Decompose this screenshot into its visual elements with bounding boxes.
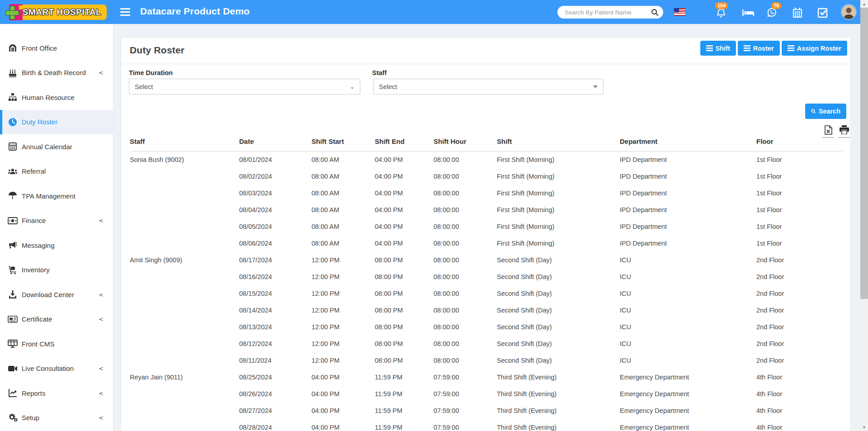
table-cell: ICU [620, 285, 756, 302]
table-cell: First Shift (Morning) [497, 235, 620, 251]
table-cell: IPD Department [620, 218, 756, 235]
sidebar-item-human-resource[interactable]: Human Resource [0, 85, 113, 110]
table-cell: ICU [620, 251, 756, 268]
reports-icon [8, 388, 18, 398]
table-row: 08/03/202408:00 AM04:00 PM08:00:00First … [130, 185, 842, 201]
search-input[interactable] [565, 9, 651, 16]
scroll-down-arrow[interactable]: ▼ [860, 423, 868, 431]
language-flag-icon[interactable] [674, 8, 685, 16]
col-floor: Floor [756, 132, 842, 151]
table-cell [130, 335, 239, 352]
sidebar-item-front-office[interactable]: Front Office [0, 36, 113, 61]
user-avatar[interactable] [842, 5, 856, 19]
table-cell: Third Shift (Evening) [497, 402, 620, 419]
table-cell: First Shift (Morning) [497, 168, 620, 185]
table-cell: 08:00 AM [311, 151, 375, 168]
bed-status-icon[interactable] [742, 7, 754, 18]
staff-select[interactable]: Select [373, 79, 604, 95]
search-icon [811, 108, 816, 114]
sidebar-item-setup[interactable]: Setup < [0, 406, 113, 431]
sidebar-item-tpa-management[interactable]: TPA Management [0, 184, 113, 208]
table-cell [130, 318, 239, 335]
annual-calendar-icon [8, 142, 18, 152]
table-cell: 04:00 PM [311, 385, 375, 402]
human-resource-icon [8, 92, 18, 102]
time-duration-select[interactable]: Select ⌄ [129, 79, 360, 95]
table-cell: 4th Floor [756, 402, 842, 419]
roster-button[interactable]: Roster [738, 41, 780, 56]
whatsapp-count-badge[interactable]: 78 [771, 2, 781, 9]
col-shift-hour: Shift Hour [434, 132, 497, 151]
table-cell: First Shift (Morning) [497, 201, 620, 218]
sidebar-item-referral[interactable]: Referral [0, 159, 113, 184]
duty-roster-table: Staff Date Shift Start Shift End Shift H… [130, 132, 842, 431]
tasks-check-icon[interactable] [817, 7, 829, 18]
table-cell: Second Shift (Day) [497, 352, 620, 369]
table-cell: 12:00 PM [311, 318, 375, 335]
menu-toggle-icon[interactable] [120, 8, 130, 16]
table-cell: 08:00:00 [434, 218, 497, 235]
table-cell: 08:00 AM [311, 218, 375, 235]
table-cell: Emergency Department [620, 419, 756, 431]
sidebar-item-reports[interactable]: Reports < [0, 381, 113, 406]
table-row: Reyan Jain (9011)08/25/202404:00 PM11:59… [130, 369, 842, 385]
time-duration-label: Time Duration [129, 69, 173, 76]
table-cell: ICU [620, 268, 756, 285]
chevron-left-icon: < [99, 217, 104, 224]
table-cell [130, 419, 239, 431]
list-icon [744, 45, 750, 51]
sidebar-item-download-center[interactable]: Download Center < [0, 282, 113, 307]
table-cell: IPD Department [620, 168, 756, 185]
table-cell: 08/13/2024 [239, 318, 311, 335]
table-cell: 04:00 PM [375, 201, 434, 218]
chevron-left-icon: < [99, 390, 104, 397]
notification-count-badge[interactable]: 154 [715, 2, 728, 9]
table-row: Amit Singh (9009)08/17/202412:00 PM08:00… [130, 251, 842, 268]
sidebar-item-finance[interactable]: Finance < [0, 208, 113, 233]
table-cell: 2nd Floor [756, 251, 842, 268]
sidebar-item-annual-calendar[interactable]: Annual Calendar [0, 134, 113, 159]
dropdown-arrow-icon [593, 85, 598, 88]
download-center-icon [8, 289, 18, 299]
shift-button[interactable]: Shift [700, 41, 736, 56]
header-action-buttons: Shift Roster Assign Roster [700, 41, 847, 56]
sidebar-item-duty-roster[interactable]: Duty Roster [0, 110, 113, 135]
duty-roster-card: Duty Roster Shift Roster Assign Roster T… [121, 37, 851, 431]
table-cell: Sonia Bush (9002) [130, 151, 239, 168]
sidebar-item-live-consultation[interactable]: Live Consultation < [0, 356, 113, 381]
table-cell: 08/12/2024 [239, 335, 311, 352]
table-row: 08/14/202412:00 PM08:00 PM08:00:00Second… [130, 302, 842, 318]
search-icon[interactable] [651, 9, 659, 16]
assign-roster-button[interactable]: Assign Roster [782, 41, 847, 56]
sidebar-item-messaging[interactable]: Messaging [0, 233, 113, 258]
calendar-icon[interactable] [792, 7, 804, 18]
table-cell: ICU [620, 335, 756, 352]
table-cell: Third Shift (Evening) [497, 369, 620, 385]
table-cell: 1st Floor [756, 235, 842, 251]
table-cell: 1st Floor [756, 151, 842, 168]
table-cell: 08/05/2024 [239, 218, 311, 235]
sidebar-item-inventory[interactable]: Inventory [0, 258, 113, 283]
scrollbar-thumb[interactable] [860, 8, 868, 299]
table-cell [130, 302, 239, 318]
table-row: 08/27/202404:00 PM11:59 PM07:59:00Third … [130, 402, 842, 419]
duty-roster-icon [8, 117, 18, 127]
app-logo[interactable]: SMART HOSPITAL [5, 3, 108, 21]
certificate-icon [8, 314, 18, 324]
table-cell: 4th Floor [756, 369, 842, 385]
sidebar-item-certificate[interactable]: Certificate < [0, 307, 113, 332]
page-title: Duty Roster [130, 45, 184, 56]
table-cell: 08/03/2024 [239, 185, 311, 201]
sidebar-item-front-cms[interactable]: Front CMS [0, 332, 113, 356]
scroll-up-arrow[interactable]: ▲ [860, 0, 868, 8]
search-button[interactable]: Search [805, 104, 846, 119]
patient-search-box[interactable] [557, 6, 663, 19]
sidebar-item-birth-death-record[interactable]: Birth & Death Record < [0, 61, 113, 85]
table-cell: 12:00 PM [311, 268, 375, 285]
table-cell: 12:00 PM [311, 251, 375, 268]
table-cell: 04:00 PM [375, 218, 434, 235]
col-staff: Staff [130, 132, 239, 151]
table-cell [130, 285, 239, 302]
table-header-row: Staff Date Shift Start Shift End Shift H… [130, 132, 842, 151]
vertical-scrollbar[interactable]: ▲ ▼ [860, 0, 868, 431]
